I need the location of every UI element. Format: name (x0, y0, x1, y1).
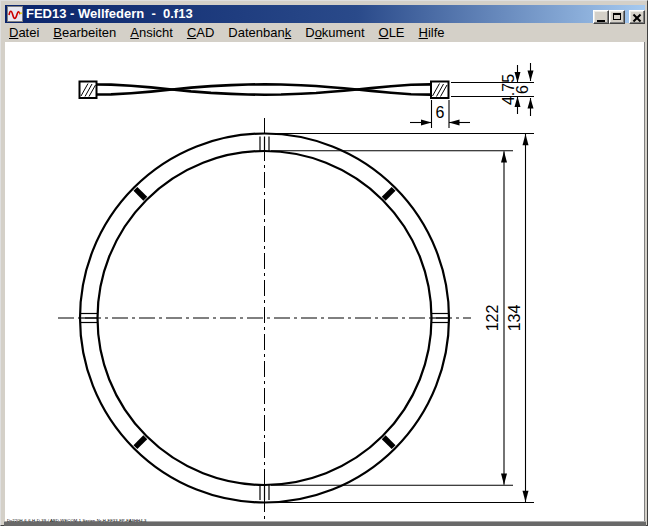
window-frame: FED13 - Wellfedern - 0.f13 DateiBearbeit… (0, 0, 648, 526)
cad-drawing-canvas[interactable] (5, 42, 645, 521)
menu-item-datenbank[interactable]: Datenbank (221, 24, 298, 42)
minimize-icon (597, 20, 605, 22)
maximize-button[interactable] (609, 10, 625, 24)
maximize-icon (613, 13, 621, 20)
menu-item-cad[interactable]: CAD (180, 24, 221, 42)
minimize-button[interactable] (593, 10, 609, 24)
menu-item-bearbeiten[interactable]: Bearbeiten (46, 24, 123, 42)
menu-item-datei[interactable]: Datei (5, 24, 46, 42)
menu-item-hilfe[interactable]: Hilfe (412, 24, 452, 42)
window-title: FED13 - Wellfedern - 0.f13 (26, 6, 193, 21)
menu-item-ole[interactable]: OLE (372, 24, 412, 42)
title-bar[interactable]: FED13 - Wellfedern - 0.f13 (5, 5, 645, 23)
app-icon[interactable] (7, 6, 23, 22)
menu-item-ansicht[interactable]: Ansicht (123, 24, 180, 42)
wave-end-mark (20, 12, 22, 14)
window-bottom-strip (4, 522, 646, 526)
menu-bar: DateiBearbeitenAnsichtCADDatenbankDokume… (5, 24, 645, 42)
close-button[interactable] (629, 10, 645, 24)
menu-item-dokument[interactable]: Dokument (298, 24, 371, 42)
